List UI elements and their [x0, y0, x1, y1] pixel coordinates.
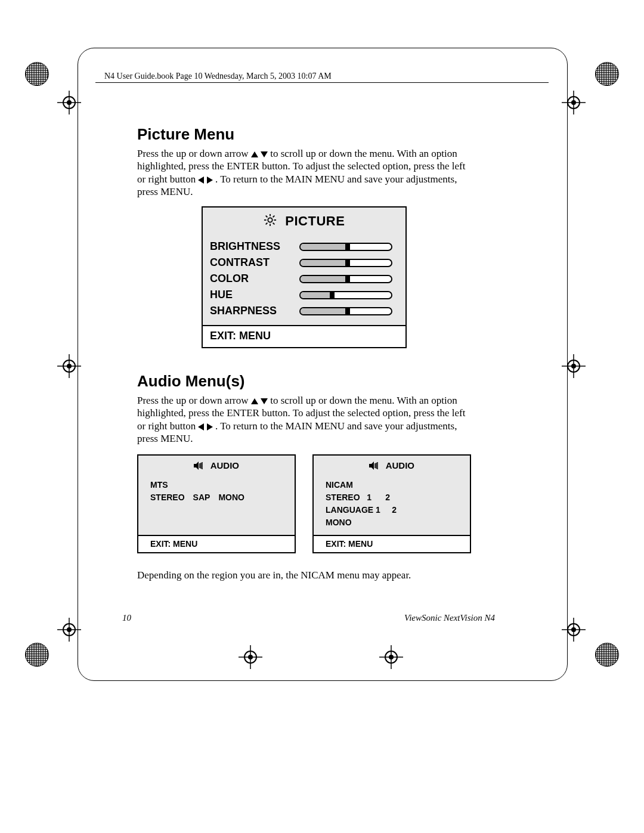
- arrow-down-icon: [261, 151, 268, 157]
- svg-line-38: [273, 223, 274, 225]
- svg-line-40: [273, 216, 274, 218]
- audio-mts-label: MTS: [150, 479, 283, 491]
- picture-osd-item: CONTRAST: [203, 255, 405, 271]
- speaker-icon: [369, 462, 380, 472]
- slider: [293, 258, 398, 268]
- crop-circle: [25, 62, 49, 86]
- audio-osd-title: AUDIO: [314, 456, 470, 475]
- audio-osd-title: AUDIO: [138, 456, 295, 475]
- slider: [293, 306, 398, 317]
- slider: [293, 274, 398, 284]
- arrow-left-icon: [198, 176, 204, 184]
- picture-instructions: Press the up or down arrow to scroll up …: [137, 147, 471, 198]
- arrow-up-icon: [251, 151, 258, 157]
- picture-item-label: HUE: [210, 289, 293, 301]
- svg-line-39: [265, 223, 267, 225]
- slider: [293, 290, 398, 301]
- picture-osd-footer: EXIT: MENU: [203, 325, 405, 347]
- picture-osd-item: SHARPNESS: [203, 303, 405, 319]
- arrow-down-icon: [261, 398, 268, 404]
- picture-item-label: SHARPNESS: [210, 305, 293, 317]
- arrow-right-icon: [207, 176, 213, 184]
- section-title-picture: Picture Menu: [137, 125, 471, 144]
- header-rule: [95, 82, 549, 83]
- picture-item-label: CONTRAST: [210, 256, 293, 269]
- picture-osd-item: HUE: [203, 287, 405, 303]
- doc-header: N4 User Guide.book Page 10 Wednesday, Ma…: [104, 72, 332, 81]
- arrow-up-icon: [251, 398, 258, 404]
- audio-nicam-options: NICAMSTEREO 1 2LANGUAGE 1 2MONO: [314, 475, 470, 535]
- audio-osd-nicam: AUDIO NICAMSTEREO 1 2LANGUAGE 1 2MONO EX…: [312, 454, 471, 553]
- picture-item-label: BRIGHTNESS: [210, 240, 293, 253]
- picture-osd-item: BRIGHTNESS: [203, 239, 405, 255]
- picture-osd-title: PICTURE: [203, 208, 405, 239]
- audio-osd-mts: AUDIO MTS STEREOSAPMONO EXIT: MENU: [137, 454, 296, 553]
- picture-item-label: COLOR: [210, 272, 293, 285]
- page-number: 10: [122, 613, 131, 623]
- arrow-right-icon: [207, 423, 213, 431]
- audio-instructions: Press the up or down arrow to scroll up …: [137, 394, 471, 445]
- audio-osd-footer: EXIT: MENU: [314, 535, 470, 552]
- crop-circle: [595, 643, 619, 667]
- slider: [293, 241, 398, 252]
- arrow-left-icon: [198, 423, 204, 431]
- page-footer: 10 ViewSonic NextVision N4: [122, 613, 495, 623]
- nicam-note: Depending on the region you are in, the …: [137, 569, 471, 581]
- audio-mts-options: STEREOSAPMONO: [150, 491, 283, 504]
- section-title-audio: Audio Menu(s): [137, 372, 471, 391]
- crop-circle: [595, 62, 619, 86]
- svg-line-37: [265, 216, 267, 218]
- picture-osd: PICTURE BRIGHTNESS CONTRAST COLOR HUE SH…: [202, 206, 407, 348]
- svg-marker-41: [194, 462, 199, 470]
- speaker-icon: [194, 462, 205, 472]
- page-content: Picture Menu Press the up or down arrow …: [137, 125, 471, 587]
- brightness-icon: [264, 213, 277, 230]
- crop-circle: [25, 643, 49, 667]
- picture-osd-item: COLOR: [203, 271, 405, 287]
- audio-osd-footer: EXIT: MENU: [138, 535, 295, 552]
- svg-point-32: [268, 218, 272, 222]
- svg-marker-42: [369, 462, 374, 470]
- product-name: ViewSonic NextVision N4: [404, 613, 495, 623]
